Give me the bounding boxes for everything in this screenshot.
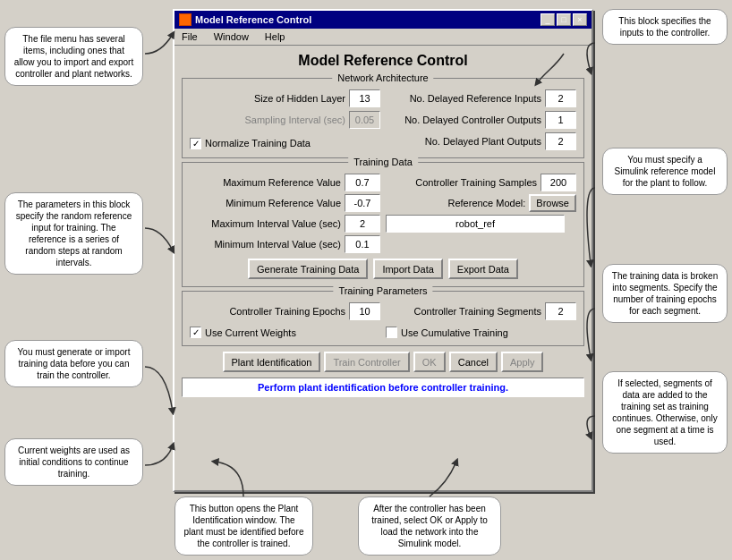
delayed-plant-input[interactable] (545, 132, 576, 150)
title-bar-left: Model Reference Control (179, 13, 311, 26)
epochs-label: Controller Training Epochs (190, 306, 345, 317)
training-action-buttons: Generate Training Data Import Data Expor… (190, 259, 576, 279)
main-window: Model Reference Control _ □ × File Windo… (173, 9, 593, 492)
normalize-row: ✓ Normalize Training Data (190, 138, 380, 149)
title-controls: _ □ × (540, 13, 587, 26)
status-bar: Perform plant identification before cont… (182, 378, 584, 397)
network-arch-label: Network Architecture (332, 72, 433, 83)
callout-bot-left: You must generate or import training dat… (4, 340, 143, 387)
callout-bot-left2: Current weights are used as initial cond… (4, 438, 143, 486)
generate-training-button[interactable]: Generate Training Data (248, 259, 368, 279)
app-title: Model Reference Control (174, 46, 592, 74)
status-text: Perform plant identification before cont… (258, 382, 508, 393)
delayed-ref-label: No. Delayed Reference Inputs (386, 93, 541, 104)
train-ctrl-button[interactable]: Train Controller (324, 352, 409, 372)
ref-model-value-row (386, 215, 576, 233)
sampling-row: Sampling Interval (sec) (190, 111, 380, 129)
callout-top-right: This block specifies the inputs to the c… (602, 9, 728, 45)
plant-id-button[interactable]: Plant Identification (223, 352, 321, 372)
matlab-icon (179, 13, 192, 26)
import-data-button[interactable]: Import Data (373, 259, 442, 279)
normalize-checkbox[interactable]: ✓ (190, 138, 201, 149)
max-interval-label: Maximum Interval Value (sec) (190, 218, 341, 229)
max-interval-row: Maximum Interval Value (sec) (190, 215, 380, 233)
delayed-ref-row: No. Delayed Reference Inputs (386, 89, 576, 107)
delayed-plant-label: No. Delayed Plant Outputs (386, 136, 541, 147)
callout-mid-right: You must specify a Simulink reference mo… (602, 148, 728, 195)
help-menu[interactable]: Help (261, 30, 289, 43)
browse-button[interactable]: Browse (529, 194, 576, 212)
max-interval-input[interactable] (345, 215, 380, 233)
hidden-layer-label: Size of Hidden Layer (190, 93, 345, 104)
ctrl-samples-input[interactable] (540, 174, 576, 191)
file-menu[interactable]: File (178, 30, 201, 43)
ok-button[interactable]: OK (413, 352, 446, 372)
delayed-plant-row: No. Delayed Plant Outputs (386, 132, 576, 150)
callout-bot-right: If selected, segments of data are added … (602, 371, 728, 454)
menu-bar: File Window Help (174, 29, 592, 46)
training-data-label: Training Data (348, 157, 418, 167)
maximize-btn[interactable]: □ (557, 13, 571, 26)
max-ref-label: Maximum Reference Value (190, 177, 341, 188)
window-menu[interactable]: Window (210, 30, 252, 43)
training-data-panel: Training Data Maximum Reference Value Co… (182, 162, 584, 287)
max-ref-input[interactable] (345, 174, 380, 191)
min-interval-label: Minimum Interval Value (sec) (190, 239, 341, 250)
minimize-btn[interactable]: _ (540, 13, 555, 26)
delayed-ref-input[interactable] (545, 89, 576, 107)
sampling-label: Sampling Interval (sec) (190, 115, 345, 125)
min-ref-input[interactable] (345, 194, 380, 212)
min-ref-row: Minimum Reference Value (190, 194, 380, 212)
sampling-input (349, 111, 380, 129)
hidden-layer-row: Size of Hidden Layer (190, 89, 380, 107)
cancel-button[interactable]: Cancel (449, 352, 498, 372)
use-cumulative-row: Use Cumulative Training (386, 327, 576, 338)
hidden-layer-input[interactable] (349, 89, 380, 107)
segments-label: Controller Training Segments (386, 306, 541, 317)
epochs-row: Controller Training Epochs (190, 302, 380, 320)
ctrl-samples-row: Controller Training Samples (386, 174, 576, 191)
use-current-label: Use Current Weights (205, 327, 296, 338)
callout-bot-center2: After the controller has been trained, s… (358, 496, 501, 556)
use-cumulative-checkbox[interactable] (386, 327, 397, 338)
min-interval-input[interactable] (345, 235, 380, 253)
ref-model-label: Reference Model: (386, 198, 525, 208)
delayed-ctrl-row: No. Delayed Controller Outputs (386, 111, 576, 129)
use-current-checkbox[interactable]: ✓ (190, 327, 201, 338)
normalize-label: Normalize Training Data (205, 138, 311, 148)
callout-mid-right2: The training data is broken into segment… (602, 264, 728, 323)
callout-bot-center1: This button opens the Plant Identificati… (174, 496, 313, 556)
segments-row: Controller Training Segments (386, 302, 576, 320)
delayed-ctrl-label: No. Delayed Controller Outputs (386, 115, 541, 125)
ref-model-input[interactable] (386, 215, 565, 233)
apply-button[interactable]: Apply (501, 352, 544, 372)
min-interval-row: Minimum Interval Value (sec) (190, 235, 380, 253)
training-params-panel: Training Parameters Controller Training … (182, 291, 584, 346)
epochs-input[interactable] (349, 302, 380, 320)
close-btn[interactable]: × (573, 13, 587, 26)
callout-top-left: The file menu has several items, includi… (4, 27, 143, 86)
export-data-button[interactable]: Export Data (448, 259, 518, 279)
segments-input[interactable] (545, 302, 576, 320)
title-bar: Model Reference Control _ □ × (174, 11, 592, 29)
callout-mid-left: The parameters in this block specify the… (4, 192, 143, 275)
use-cumulative-label: Use Cumulative Training (401, 327, 508, 338)
delayed-ctrl-input[interactable] (545, 111, 576, 129)
window-title: Model Reference Control (195, 14, 311, 25)
bottom-buttons: Plant Identification Train Controller OK… (174, 350, 592, 374)
ctrl-samples-label: Controller Training Samples (386, 177, 537, 188)
ref-model-browse-row: Reference Model: Browse (386, 194, 576, 212)
network-architecture-panel: Network Architecture Size of Hidden Laye… (182, 78, 584, 158)
training-params-label: Training Parameters (333, 285, 432, 296)
use-current-row: ✓ Use Current Weights (190, 327, 380, 338)
min-ref-label: Minimum Reference Value (190, 198, 341, 208)
max-ref-row: Maximum Reference Value (190, 174, 380, 191)
